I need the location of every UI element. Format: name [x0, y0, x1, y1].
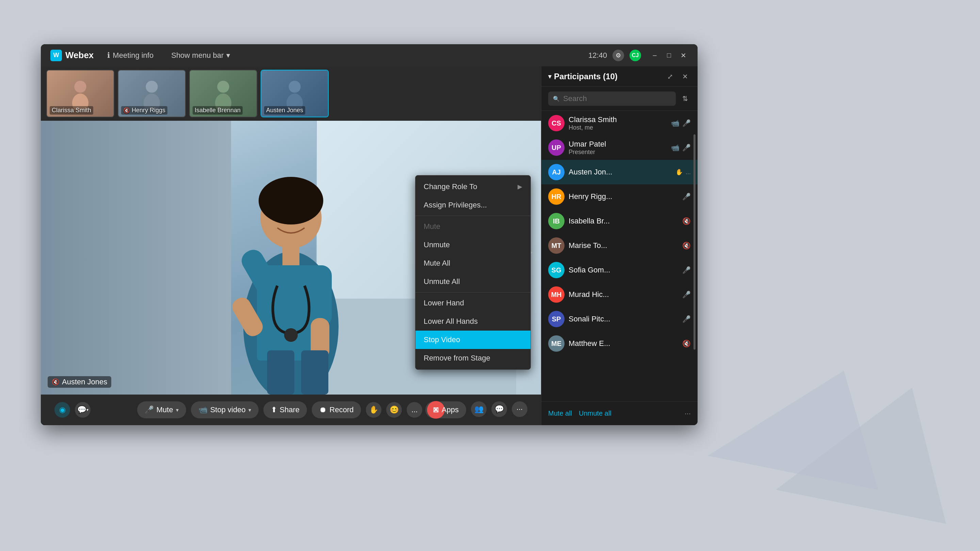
participant-item-austen[interactable]: AJ Austen Jon... ✋ ... [541, 160, 698, 184]
search-icon: 🔍 [553, 95, 560, 102]
settings-icon-btn[interactable]: ⚙ [612, 50, 624, 61]
ctx-assign-privileges[interactable]: Assign Privileges... [415, 196, 530, 214]
record-button[interactable]: ⏺ Record [312, 401, 361, 418]
toolbar-right-icons: ⊞ Apps 👥 💬 ··· [425, 401, 527, 418]
ctx-divider-2 [415, 292, 530, 292]
participant-item-matthew[interactable]: ME Matthew E... 🔇 [541, 331, 698, 356]
svg-point-13 [275, 210, 283, 218]
pname-isabella: Isabella Br... [569, 217, 678, 225]
pinfo-henry: Henry Rigg... [569, 192, 678, 201]
pname-sofia: Sofia Gom... [569, 266, 678, 275]
mic-icon: 🎤 [145, 405, 154, 414]
picons-austen: ✋ ... [675, 168, 691, 176]
ctx-lower-hand[interactable]: Lower Hand [415, 294, 530, 312]
picons-murad: 🎤 [682, 291, 691, 299]
ctx-remove-from-stage[interactable]: Remove from Stage [415, 349, 530, 367]
participants-list: CS Clarissa Smith Host, me 📹 🎤 UP Umar P… [541, 111, 698, 401]
ctx-stop-video[interactable]: Stop Video [415, 330, 530, 349]
content-area: Clarissa Smith 🔇 Henry Riggs [41, 66, 698, 425]
ctx-unmute-all[interactable]: Unmute All [415, 272, 530, 291]
picons-matthew: 🔇 [682, 340, 691, 348]
thumbnail-isabelle[interactable]: Isabelle Brennan [189, 70, 257, 118]
participant-item-murad[interactable]: MH Murad Hic... 🎤 [541, 282, 698, 307]
show-menu-button[interactable]: Show menu bar ▾ [167, 49, 234, 62]
emoji-icon-btn[interactable]: 😊 [386, 402, 402, 418]
mute-all-button[interactable]: Mute all [548, 410, 572, 417]
close-button[interactable]: ✕ [679, 51, 688, 60]
footer-more-btn[interactable]: ··· [685, 409, 691, 418]
svg-rect-19 [310, 265, 332, 327]
mute-dropdown-arrow[interactable]: ▾ [176, 407, 179, 413]
webex-logo: W Webex [50, 50, 94, 61]
participant-item-isabella[interactable]: IB Isabella Br... 🔇 [541, 209, 698, 233]
meeting-info-button[interactable]: ℹ Meeting info [103, 49, 158, 62]
picons-umar: 📹 🎤 [671, 143, 691, 152]
pinfo-isabella: Isabella Br... [569, 217, 678, 225]
maximize-button[interactable]: □ [664, 51, 674, 60]
participant-item-clarissa[interactable]: CS Clarissa Smith Host, me 📹 🎤 [541, 111, 698, 135]
participant-item-umar[interactable]: UP Umar Patel Presenter 📹 🎤 [541, 135, 698, 160]
chat-bubble-icon-btn[interactable]: 💬 [492, 401, 507, 417]
svg-point-8 [288, 81, 301, 92]
unmute-all-button[interactable]: Unmute all [579, 410, 611, 417]
picons-clarissa: 📹 🎤 [671, 119, 691, 127]
sort-icon-btn[interactable]: ⇅ [679, 93, 691, 105]
share-button[interactable]: ⬆ Share [263, 401, 307, 418]
thumbnail-clarissa[interactable]: Clarissa Smith [46, 70, 115, 118]
prole-umar: Presenter [569, 149, 667, 156]
minimize-button[interactable]: – [650, 51, 659, 60]
ctx-mute: Mute [415, 218, 530, 236]
pinfo-austen: Austen Jon... [569, 168, 671, 176]
participant-item-marise[interactable]: MT Marise To... 🔇 [541, 233, 698, 258]
mute-button[interactable]: 🎤 Mute ▾ [137, 401, 186, 418]
mic-icon-umar: 🎤 [682, 143, 691, 152]
ctx-unmute[interactable]: Unmute [415, 236, 530, 254]
activity-icon-btn[interactable]: ◉ [54, 402, 70, 418]
chevron-down-icon: ▾ [226, 51, 230, 60]
avatar-isabella: IB [548, 213, 565, 229]
ctx-mute-all[interactable]: Mute All [415, 254, 530, 272]
mic-off-icon-marise: 🔇 [682, 241, 691, 250]
avatar-clarissa: CS [548, 115, 565, 131]
toolbar-more-btn[interactable]: ··· [512, 401, 527, 417]
participant-item-sofia[interactable]: SG Sofia Gom... 🎤 [541, 258, 698, 282]
user-avatar[interactable]: CJ [630, 50, 641, 61]
thumb-label-clarissa: Clarissa Smith [50, 106, 93, 114]
participants-title: Participants (10) [554, 72, 617, 81]
participant-item-henry[interactable]: HR Henry Rigg... 🎤 [541, 184, 698, 209]
reactions-icon-btn[interactable]: ✋ [366, 402, 382, 418]
avatar-sofia: SG [548, 262, 565, 278]
mic-icon-sofia: 🎤 [682, 266, 691, 274]
pop-out-icon-btn[interactable]: ⤢ [664, 71, 676, 82]
picons-marise: 🔇 [682, 241, 691, 250]
ctx-lower-all-hands[interactable]: Lower All Hands [415, 312, 530, 330]
stop-video-button[interactable]: 📹 Stop video ▾ [191, 401, 259, 418]
participant-item-sonali[interactable]: SP Sonali Pitc... 🎤 [541, 307, 698, 331]
search-input[interactable] [563, 94, 671, 103]
video-dropdown-arrow[interactable]: ▾ [248, 407, 251, 413]
avatar-sonali: SP [548, 311, 565, 327]
close-panel-btn[interactable]: ✕ [679, 71, 691, 82]
ctx-change-role[interactable]: Change Role To ▶ [415, 178, 530, 196]
more-options-btn[interactable]: ... [407, 402, 422, 418]
svg-rect-22 [267, 350, 294, 395]
submenu-arrow-icon: ▶ [517, 183, 522, 191]
thumbnail-henry[interactable]: 🔇 Henry Riggs [118, 70, 186, 118]
time-display: 12:40 [588, 51, 607, 60]
thumbnail-austen[interactable]: Austen Jones [261, 70, 329, 118]
mic-icon-clarissa: 🎤 [682, 119, 691, 127]
participants-panel: ▾ Participants (10) ⤢ ✕ 🔍 ⇅ [541, 66, 698, 425]
pname-henry: Henry Rigg... [569, 192, 678, 201]
mic-icon-henry: 🎤 [682, 192, 691, 201]
people-icon-btn[interactable]: 👥 [471, 401, 487, 417]
apps-icon: ⊞ [433, 405, 439, 414]
video-icon: 📹 [198, 405, 208, 414]
pinfo-matthew: Matthew E... [569, 339, 678, 348]
apps-button[interactable]: ⊞ Apps [425, 401, 466, 418]
panel-footer: Mute all Unmute all ··· [541, 401, 698, 425]
thumb-label-austen: Austen Jones [264, 106, 305, 114]
chat-icon-btn[interactable]: 💬 ▾ [75, 402, 91, 418]
pname-marise: Marise To... [569, 241, 678, 250]
svg-rect-15 [282, 246, 299, 267]
pname-murad: Murad Hic... [569, 290, 678, 299]
